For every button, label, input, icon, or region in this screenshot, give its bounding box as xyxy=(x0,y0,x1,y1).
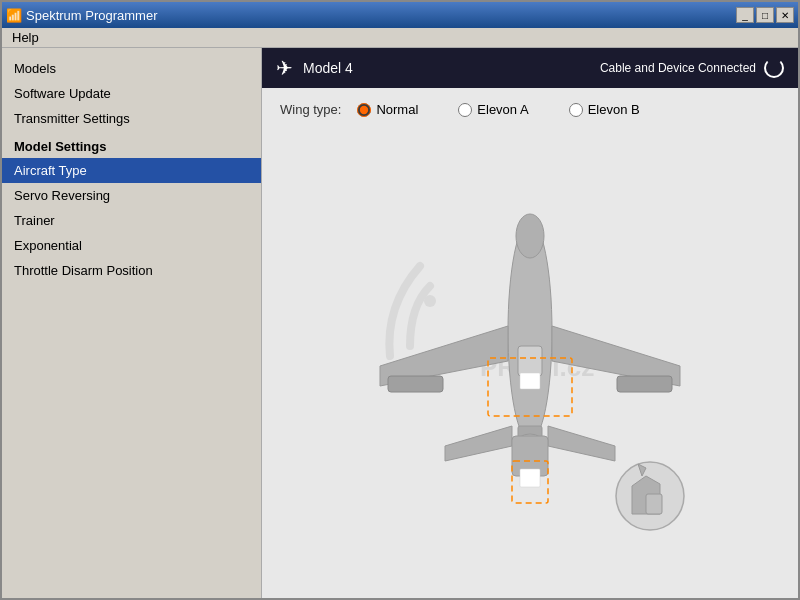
model-header-right: Cable and Device Connected xyxy=(600,58,784,78)
connection-status: Cable and Device Connected xyxy=(600,61,756,75)
svg-rect-9 xyxy=(518,346,542,376)
sidebar-item-throttle-disarm[interactable]: Throttle Disarm Position xyxy=(2,258,261,283)
sidebar-item-transmitter-settings[interactable]: Transmitter Settings xyxy=(2,106,261,131)
sidebar-item-exponential[interactable]: Exponential xyxy=(2,233,261,258)
wing-type-label: Wing type: xyxy=(280,102,341,117)
sidebar-item-trainer[interactable]: Trainer xyxy=(2,208,261,233)
wing-radio-elevon-a[interactable] xyxy=(458,103,472,117)
wing-option-normal[interactable]: Normal xyxy=(357,102,418,117)
svg-rect-12 xyxy=(520,373,540,389)
wing-type-row: Wing type: Normal Elevon A Elevon B xyxy=(280,102,780,117)
svg-point-3 xyxy=(516,214,544,258)
wing-option-elevon-b[interactable]: Elevon B xyxy=(569,102,640,117)
svg-rect-4 xyxy=(388,376,443,392)
svg-rect-5 xyxy=(617,376,672,392)
menu-item-help[interactable]: Help xyxy=(6,28,45,47)
wing-label-elevon-a: Elevon A xyxy=(477,102,528,117)
model-settings-header: Model Settings xyxy=(2,131,261,158)
app-icon: 📶 xyxy=(6,7,22,23)
model-header-left: ✈ Model 4 xyxy=(276,56,353,80)
title-bar-left: 📶 Spektrum Programmer xyxy=(6,7,157,23)
sidebar-item-aircraft-type[interactable]: Aircraft Type xyxy=(2,158,261,183)
sidebar-item-software-update[interactable]: Software Update xyxy=(2,81,261,106)
model-header: ✈ Model 4 Cable and Device Connected xyxy=(262,48,798,88)
svg-rect-15 xyxy=(646,494,662,514)
main-content: Models Software Update Transmitter Setti… xyxy=(2,48,798,598)
sidebar: Models Software Update Transmitter Setti… xyxy=(2,48,262,598)
sidebar-item-servo-reversing[interactable]: Servo Reversing xyxy=(2,183,261,208)
wing-radio-elevon-b[interactable] xyxy=(569,103,583,117)
svg-point-0 xyxy=(424,295,436,307)
sidebar-item-models[interactable]: Models xyxy=(2,56,261,81)
model-icon: ✈ xyxy=(276,56,293,80)
minimize-button[interactable]: _ xyxy=(736,7,754,23)
wing-radio-normal[interactable] xyxy=(357,103,371,117)
aircraft-container: PROFI.cz PROFI.cz xyxy=(280,135,780,577)
wing-label-normal: Normal xyxy=(376,102,418,117)
wing-option-elevon-a[interactable]: Elevon A xyxy=(458,102,528,117)
close-button[interactable]: ✕ xyxy=(776,7,794,23)
maximize-button[interactable]: □ xyxy=(756,7,774,23)
content-area: Wing type: Normal Elevon A Elevon B xyxy=(262,88,798,598)
window-title: Spektrum Programmer xyxy=(26,8,157,23)
wing-label-elevon-b: Elevon B xyxy=(588,102,640,117)
main-window: 📶 Spektrum Programmer _ □ ✕ Help Models … xyxy=(0,0,800,600)
svg-rect-13 xyxy=(520,469,540,487)
right-panel: ✈ Model 4 Cable and Device Connected Win… xyxy=(262,48,798,598)
aircraft-diagram: PROFI.cz xyxy=(350,166,710,546)
title-bar: 📶 Spektrum Programmer _ □ ✕ xyxy=(2,2,798,28)
model-name: Model 4 xyxy=(303,60,353,76)
menu-bar: Help xyxy=(2,28,798,48)
refresh-icon[interactable] xyxy=(764,58,784,78)
title-bar-buttons: _ □ ✕ xyxy=(736,7,794,23)
